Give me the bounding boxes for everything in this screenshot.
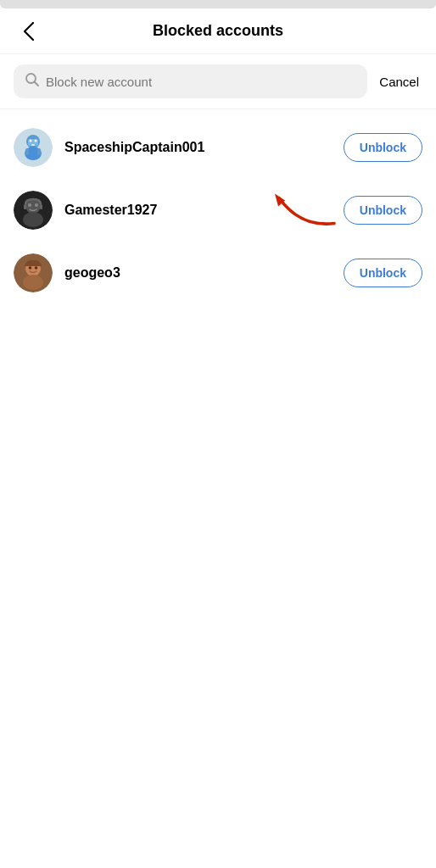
svg-point-6 [35,140,37,142]
svg-point-15 [35,203,38,207]
page-title: Blocked accounts [153,22,283,40]
username: Gamester1927 [64,203,332,218]
svg-rect-17 [40,204,42,209]
search-icon [25,73,39,90]
account-row: SpaceshipCaptain001Unblock [0,116,436,179]
page-header: Blocked accounts [0,8,436,54]
unblock-button[interactable]: Unblock [344,196,422,225]
svg-rect-16 [24,204,26,209]
unblock-button[interactable]: Unblock [344,133,422,162]
avatar [14,191,53,230]
search-container: Cancel [0,54,436,109]
svg-point-14 [28,203,31,207]
svg-point-23 [35,266,38,270]
svg-point-21 [23,275,43,290]
search-input[interactable] [46,75,355,89]
back-button[interactable] [14,16,44,47]
svg-rect-7 [31,144,35,146]
avatar [14,253,53,292]
username: SpaceshipCaptain001 [64,140,332,155]
username: geogeo3 [64,265,332,281]
avatar [14,128,53,167]
svg-point-22 [29,266,32,270]
cancel-button[interactable]: Cancel [376,75,422,89]
svg-line-1 [35,82,39,86]
svg-point-5 [30,140,32,142]
search-bar [14,64,367,98]
top-status-bar [0,0,436,8]
account-row: Gamester1927Unblock [0,179,436,242]
svg-rect-9 [25,148,29,155]
accounts-list: SpaceshipCaptain001Unblock Gamester1927U… [0,109,436,311]
account-row: geogeo3Unblock [0,242,436,304]
svg-point-13 [23,212,43,227]
unblock-button[interactable]: Unblock [344,259,422,287]
svg-rect-10 [37,148,41,155]
